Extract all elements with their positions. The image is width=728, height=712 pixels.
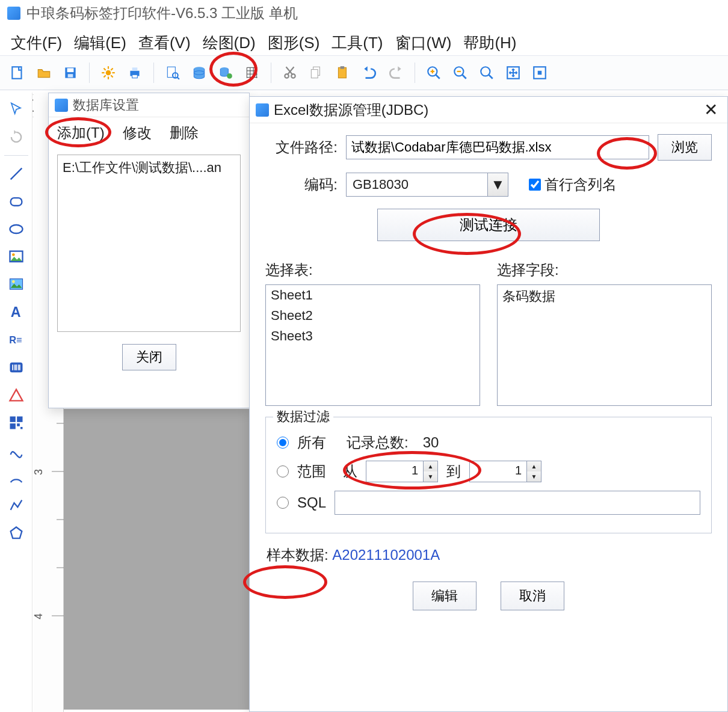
tool-richtext-icon[interactable]: R≡ [3,327,29,353]
toolbar-zoom-in-icon[interactable] [422,61,445,84]
db-connection-item[interactable]: E:\工作文件\测试数据\....an [63,159,235,177]
menu-edit[interactable]: 编辑(E) [74,32,126,54]
menu-file[interactable]: 文件(F) [11,32,62,54]
toolbar-save-icon[interactable] [59,61,82,84]
tool-picture-icon[interactable] [3,271,29,298]
svg-rect-60 [10,198,22,206]
excel-titlebar[interactable]: Excel数据源管理(JDBC) ✕ [250,97,727,123]
first-row-label: 首行含列名 [544,175,617,194]
toolbar-database-icon[interactable] [188,61,211,84]
svg-point-22 [227,73,232,79]
excel-window-icon [256,103,269,117]
radio-range[interactable] [277,465,289,477]
db-tab-add[interactable]: 添加(T) [57,123,105,143]
menu-tool[interactable]: 工具(T) [332,32,383,54]
range-to-spinner[interactable]: 1▲▼ [469,461,541,482]
main-toolbar [0,55,728,90]
tool-image-icon[interactable] [3,244,29,270]
toolbar-zoom-out-icon[interactable] [449,61,472,84]
encoding-select[interactable]: GB18030 ▼ [346,173,508,197]
menu-window[interactable]: 窗口(W) [395,32,452,54]
label-select-table: 选择表: [265,260,480,280]
design-canvas[interactable] [64,409,256,710]
field-item[interactable]: 条码数据 [498,285,711,308]
db-tab-modify[interactable]: 修改 [123,123,152,143]
tool-line-icon[interactable] [3,161,29,187]
svg-rect-76 [10,423,15,429]
tool-ellipse-icon[interactable] [3,216,29,242]
tool-rounded-rect-icon[interactable] [3,188,29,215]
toolbar-center-icon[interactable] [528,61,551,84]
sheet-item[interactable]: Sheet3 [266,326,480,346]
toolbar-open-icon[interactable] [32,61,55,84]
chevron-down-icon: ▼ [487,173,508,196]
tool-arc-icon[interactable] [3,465,29,491]
db-tab-delete[interactable]: 删除 [170,123,199,143]
range-from-spinner[interactable]: 1▲▼ [366,461,438,482]
tool-polygon-icon[interactable] [3,520,29,547]
toolbar-grid-icon[interactable] [241,61,264,84]
svg-point-4 [106,70,111,76]
toolbar-paste-icon[interactable] [332,61,354,84]
svg-line-18 [177,78,179,79]
svg-rect-50 [538,71,542,75]
radio-sql[interactable] [277,497,289,509]
db-settings-titlebar[interactable]: 数据库设置 [49,93,249,117]
tool-qrcode-icon[interactable] [3,410,29,436]
label-encoding: 编码: [265,175,338,194]
svg-point-65 [12,280,15,283]
menu-view[interactable]: 查看(V) [138,32,191,54]
excel-jdbc-window: Excel数据源管理(JDBC) ✕ 文件路径: 浏览 编码: GB18030 … [249,96,728,712]
first-row-checkbox[interactable]: 首行含列名 [529,175,617,194]
svg-rect-14 [132,67,138,70]
toolbar-cut-icon[interactable] [279,61,301,84]
toolbar-preview-icon[interactable] [161,61,184,84]
total-count-value: 30 [423,434,439,451]
tool-curve-icon[interactable] [3,437,29,464]
toolbar-redo-icon[interactable] [384,61,407,84]
file-path-input[interactable] [346,135,649,159]
tool-polyline-icon[interactable] [3,493,29,519]
toolbar-copy-icon[interactable] [305,61,328,84]
menu-help[interactable]: 帮助(H) [463,32,516,54]
radio-all[interactable] [277,437,289,449]
tool-barcode-icon[interactable] [3,354,29,381]
test-connection-button[interactable]: 测试连接 [377,209,600,241]
svg-text:A: A [10,304,20,320]
main-title-bar: 中琅条码标签打印软件-V6.5.3 工业版 单机 [0,0,728,26]
menu-draw[interactable]: 绘图(D) [203,32,256,54]
cancel-button[interactable]: 取消 [501,582,564,610]
toolbar-settings-icon[interactable] [97,61,120,84]
browse-button[interactable]: 浏览 [658,134,712,161]
toolbar-database-link-icon[interactable] [214,61,237,84]
toolbar-print-icon[interactable] [123,61,146,84]
toolbar-new-icon[interactable] [6,61,29,84]
sheet-item[interactable]: Sheet2 [266,305,480,326]
tool-pointer-icon[interactable] [3,96,29,123]
db-close-button[interactable]: 关闭 [122,344,176,370]
toolbar-undo-icon[interactable] [358,61,381,84]
toolbar-zoom-reset-icon[interactable] [475,61,498,84]
svg-text:R≡: R≡ [9,334,22,345]
edit-button[interactable]: 编辑 [413,582,477,610]
data-filter-group: 数据过滤 所有 记录总数: 30 范围 从 1▲▼ 到 1▲▼ SQL [265,417,712,533]
db-settings-icon [55,99,68,112]
tool-triangle-icon[interactable] [3,382,29,408]
toolbar-fit-icon[interactable] [502,61,525,84]
label-select-field: 选择字段: [497,260,712,280]
tool-text-icon[interactable]: A [3,299,29,325]
svg-line-9 [103,68,105,70]
field-list[interactable]: 条码数据 [497,284,712,406]
menu-shape[interactable]: 图形(S) [268,32,320,54]
label-total: 记录总数: [347,433,409,452]
db-connection-list[interactable]: E:\工作文件\测试数据\....an [57,155,241,332]
table-list[interactable]: Sheet1 Sheet2 Sheet3 [265,284,480,406]
svg-text:3: 3 [34,469,45,475]
close-icon[interactable]: ✕ [700,100,721,120]
label-sample: 样本数据: [267,547,329,563]
svg-point-46 [481,67,490,76]
tool-rotate-icon[interactable] [3,124,29,150]
sheet-item[interactable]: Sheet1 [266,285,480,305]
sql-input[interactable] [335,491,700,515]
app-title: 中琅条码标签打印软件-V6.5.3 工业版 单机 [26,4,298,23]
